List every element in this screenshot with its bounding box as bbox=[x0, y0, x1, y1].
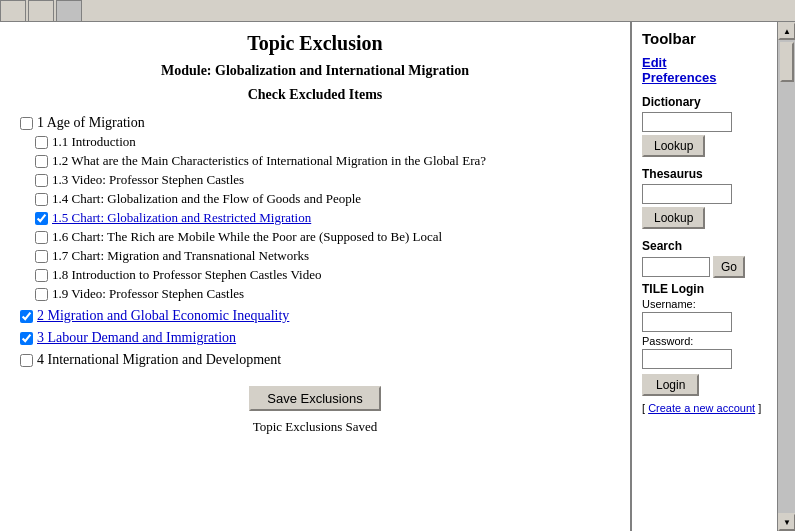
list-item: 1.7 Chart: Migration and Transnational N… bbox=[35, 248, 615, 264]
topic-checkbox-1[interactable] bbox=[20, 117, 33, 130]
topic-label-1-1: 1.1 Introduction bbox=[52, 134, 136, 150]
toolbar: Toolbar EditPreferences Dictionary Looku… bbox=[632, 22, 777, 531]
list-item: 4 International Migration and Developmen… bbox=[20, 352, 615, 368]
topic-label-1-9: 1.9 Video: Professor Stephen Castles bbox=[52, 286, 244, 302]
list-item: 1.5 Chart: Globalization and Restricted … bbox=[35, 210, 615, 226]
topic-label-1-7: 1.7 Chart: Migration and Transnational N… bbox=[52, 248, 309, 264]
topic-label-1-4: 1.4 Chart: Globalization and the Flow of… bbox=[52, 191, 361, 207]
password-label: Password: bbox=[642, 335, 767, 347]
tab-3[interactable] bbox=[56, 0, 82, 21]
save-status-text: Topic Exclusions Saved bbox=[15, 419, 615, 435]
topic-checkbox-1-8[interactable] bbox=[35, 269, 48, 282]
username-input[interactable] bbox=[642, 312, 732, 332]
go-button[interactable]: Go bbox=[713, 256, 745, 278]
topic-checkbox-1-3[interactable] bbox=[35, 174, 48, 187]
username-label: Username: bbox=[642, 298, 767, 310]
save-section: Save Exclusions bbox=[15, 386, 615, 411]
page-title: Topic Exclusion bbox=[15, 32, 615, 55]
tile-login-label: TILE Login bbox=[642, 282, 767, 296]
topic-label-1: 1 Age of Migration bbox=[37, 115, 145, 131]
topic-label-4: 4 International Migration and Developmen… bbox=[37, 352, 281, 368]
login-button[interactable]: Login bbox=[642, 374, 699, 396]
topic-link-3[interactable]: 3 Labour Demand and Immigration bbox=[37, 330, 236, 346]
topic-checkbox-1-5[interactable] bbox=[35, 212, 48, 225]
list-item: 2 Migration and Global Economic Inequali… bbox=[20, 308, 615, 324]
topic-label-1-8: 1.8 Introduction to Professor Stephen Ca… bbox=[52, 267, 321, 283]
topic-label-1-2: 1.2 What are the Main Characteristics of… bbox=[52, 153, 486, 169]
create-account-link[interactable]: Create a new account bbox=[648, 402, 755, 414]
create-account-suffix: ] bbox=[755, 402, 761, 414]
topic-checkbox-1-7[interactable] bbox=[35, 250, 48, 263]
password-input[interactable] bbox=[642, 349, 732, 369]
topic-checkbox-1-1[interactable] bbox=[35, 136, 48, 149]
thesaurus-input[interactable] bbox=[642, 184, 732, 204]
topic-link-2[interactable]: 2 Migration and Global Economic Inequali… bbox=[37, 308, 289, 324]
scroll-up-arrow[interactable]: ▲ bbox=[778, 22, 795, 40]
list-item: 1.3 Video: Professor Stephen Castles bbox=[35, 172, 615, 188]
top-tabs bbox=[0, 0, 795, 22]
dictionary-input[interactable] bbox=[642, 112, 732, 132]
main-layout: Topic Exclusion Module: Globalization an… bbox=[0, 22, 795, 531]
topic-link-1-5[interactable]: 1.5 Chart: Globalization and Restricted … bbox=[52, 210, 311, 226]
scrollbar: ▲ ▼ bbox=[777, 22, 795, 531]
list-item: 1.8 Introduction to Professor Stephen Ca… bbox=[35, 267, 615, 283]
list-item: 1.1 Introduction bbox=[35, 134, 615, 150]
topic-label-1-6: 1.6 Chart: The Rich are Mobile While the… bbox=[52, 229, 442, 245]
module-title: Module: Globalization and International … bbox=[15, 63, 615, 79]
list-item: 1.2 What are the Main Characteristics of… bbox=[35, 153, 615, 169]
create-account-text: [ Create a new account ] bbox=[642, 402, 767, 414]
content-area: Topic Exclusion Module: Globalization an… bbox=[0, 22, 632, 531]
topic-checkbox-2[interactable] bbox=[20, 310, 33, 323]
search-label: Search bbox=[642, 239, 767, 253]
topic-checkbox-1-6[interactable] bbox=[35, 231, 48, 244]
scroll-thumb[interactable] bbox=[780, 42, 794, 82]
toolbar-title: Toolbar bbox=[642, 30, 767, 47]
list-item: 1.4 Chart: Globalization and the Flow of… bbox=[35, 191, 615, 207]
dictionary-label: Dictionary bbox=[642, 95, 767, 109]
search-input[interactable] bbox=[642, 257, 710, 277]
list-item: 1 Age of Migration bbox=[20, 115, 615, 131]
search-row: Go bbox=[642, 256, 767, 278]
tab-2[interactable] bbox=[28, 0, 54, 21]
list-item: 1.6 Chart: The Rich are Mobile While the… bbox=[35, 229, 615, 245]
topic-list: 1 Age of Migration 1.1 Introduction 1.2 … bbox=[20, 115, 615, 368]
topic-checkbox-1-2[interactable] bbox=[35, 155, 48, 168]
topic-checkbox-1-9[interactable] bbox=[35, 288, 48, 301]
scroll-track[interactable] bbox=[778, 40, 795, 513]
edit-preferences-link[interactable]: EditPreferences bbox=[642, 55, 767, 85]
topic-checkbox-1-4[interactable] bbox=[35, 193, 48, 206]
tab-1[interactable] bbox=[0, 0, 26, 21]
topic-checkbox-3[interactable] bbox=[20, 332, 33, 345]
topic-label-1-3: 1.3 Video: Professor Stephen Castles bbox=[52, 172, 244, 188]
dictionary-lookup-button[interactable]: Lookup bbox=[642, 135, 705, 157]
list-item: 3 Labour Demand and Immigration bbox=[20, 330, 615, 346]
topic-checkbox-4[interactable] bbox=[20, 354, 33, 367]
scroll-down-arrow[interactable]: ▼ bbox=[778, 513, 795, 531]
list-item: 1.9 Video: Professor Stephen Castles bbox=[35, 286, 615, 302]
thesaurus-lookup-button[interactable]: Lookup bbox=[642, 207, 705, 229]
check-label: Check Excluded Items bbox=[15, 87, 615, 103]
save-exclusions-button[interactable]: Save Exclusions bbox=[249, 386, 380, 411]
thesaurus-label: Thesaurus bbox=[642, 167, 767, 181]
